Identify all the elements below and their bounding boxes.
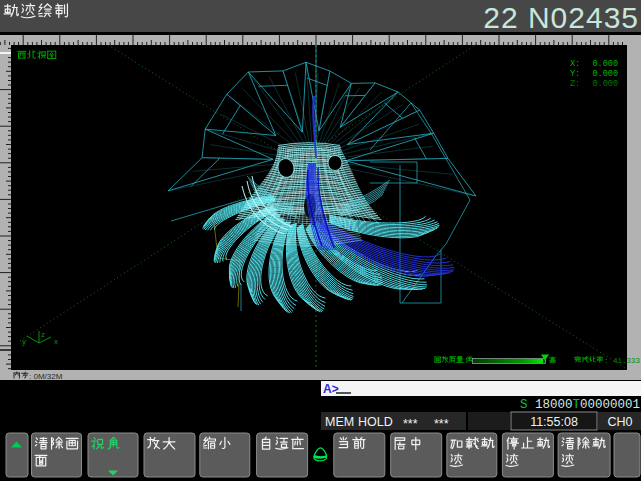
svg-text:0.000: 0.000 — [592, 79, 618, 89]
svg-text:x: x — [54, 337, 58, 346]
svg-text:***: *** — [403, 417, 418, 431]
svg-text:0.000: 0.000 — [592, 59, 618, 69]
svg-text:S 18000T00000001: S 18000T00000001 — [520, 398, 640, 412]
svg-text:0.000: 0.000 — [592, 69, 618, 79]
svg-text::: : — [463, 356, 465, 365]
svg-text:z: z — [41, 330, 45, 339]
svg-text:***: *** — [434, 417, 449, 431]
svg-text:22 N02435: 22 N02435 — [483, 1, 639, 34]
svg-text:y: y — [22, 337, 26, 346]
svg-text:: 0M/32M: : 0M/32M — [29, 372, 63, 381]
svg-text:Z:: Z: — [570, 79, 580, 89]
svg-text:: 41.333: : 41.333 — [604, 357, 641, 365]
svg-text:11:55:08: 11:55:08 — [530, 415, 578, 429]
svg-text:HOLD: HOLD — [358, 415, 393, 429]
svg-text:MEM: MEM — [325, 415, 354, 429]
svg-text:X:: X: — [570, 59, 580, 69]
svg-text:CH0: CH0 — [607, 415, 632, 429]
svg-text:Y:: Y: — [570, 69, 580, 79]
